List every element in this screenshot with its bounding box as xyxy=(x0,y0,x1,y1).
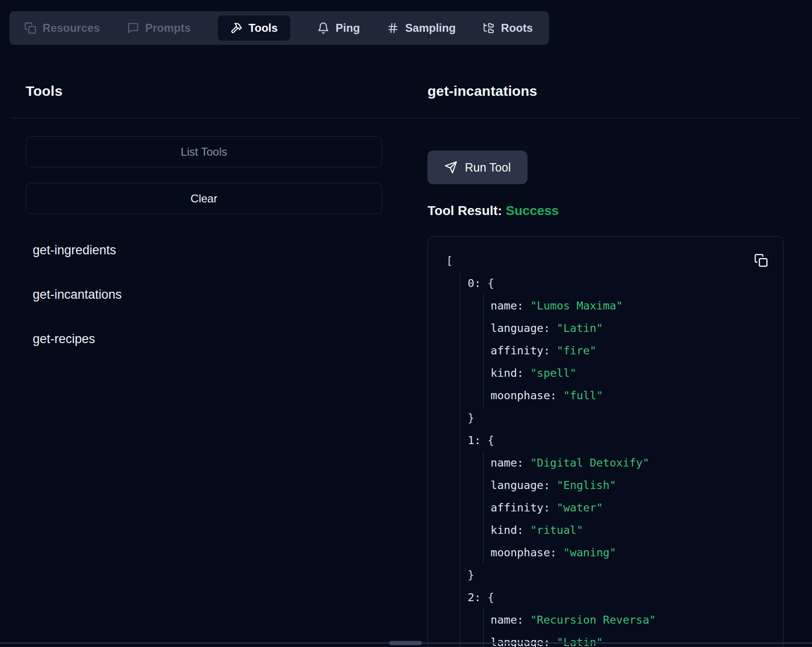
json-key: affinity: xyxy=(491,344,556,357)
tab-label: Resources xyxy=(43,22,100,35)
json-line: affinity: "fire" xyxy=(491,339,783,362)
json-tree: [0: {name: "Lumos Maxima"language: "Lati… xyxy=(446,250,783,647)
json-value: "water" xyxy=(556,501,603,514)
json-key: name: xyxy=(491,299,530,312)
message-square-icon xyxy=(127,22,139,34)
tool-result-label: Tool Result: xyxy=(427,203,502,218)
json-line: moonphase: "waning" xyxy=(491,541,783,564)
list-tools-button[interactable]: List Tools xyxy=(26,136,382,167)
tab-label: Roots xyxy=(501,22,533,35)
hash-icon xyxy=(387,22,399,34)
json-line: affinity: "water" xyxy=(491,496,783,519)
copy-button[interactable] xyxy=(754,253,768,267)
json-line: 1: { xyxy=(468,429,783,452)
json-brace: { xyxy=(487,591,494,604)
json-line: } xyxy=(468,564,783,586)
json-line: language: "Latin" xyxy=(491,631,783,647)
tool-result-line: Tool Result: Success xyxy=(427,203,800,218)
json-key: moonphase: xyxy=(491,389,563,402)
json-value: "Lumos Maxima" xyxy=(530,299,623,312)
json-key: moonphase: xyxy=(491,546,563,559)
tools-list: get-ingredientsget-incantationsget-recip… xyxy=(10,243,397,346)
json-line: name: "Digital Detoxify" xyxy=(491,452,783,474)
horizontal-scrollbar-thumb[interactable] xyxy=(389,641,422,645)
json-brace: { xyxy=(487,277,494,290)
json-value: "Latin" xyxy=(556,322,603,335)
json-value: "Latin" xyxy=(556,636,603,647)
json-line: 0: { xyxy=(468,272,783,295)
hammer-icon xyxy=(230,22,242,34)
json-bracket: [ xyxy=(446,254,453,267)
json-index: 1: xyxy=(468,434,487,447)
tab-label: Tools xyxy=(249,22,278,35)
tool-list-item[interactable]: get-ingredients xyxy=(33,243,397,258)
json-value: "ritual" xyxy=(530,524,583,537)
run-tool-label: Run Tool xyxy=(465,161,511,174)
tab-sampling[interactable]: Sampling xyxy=(387,22,456,35)
json-value: "Recursion Reversa" xyxy=(530,613,656,626)
run-tool-button[interactable]: Run Tool xyxy=(427,151,527,184)
json-key: affinity: xyxy=(491,501,556,514)
copy-icon xyxy=(754,253,768,267)
json-value: "spell" xyxy=(530,367,577,380)
tool-list-item[interactable]: get-incantations xyxy=(33,288,397,302)
tool-result-status: Success xyxy=(506,203,559,218)
tab-roots[interactable]: Roots xyxy=(483,22,533,35)
json-value: "fire" xyxy=(556,344,596,357)
json-line: moonphase: "full" xyxy=(491,384,783,407)
json-key: name: xyxy=(491,613,530,626)
tool-list-item[interactable]: get-recipes xyxy=(33,332,397,346)
tool-result-box: [0: {name: "Lumos Maxima"language: "Lati… xyxy=(427,236,784,647)
send-icon xyxy=(444,161,457,174)
json-key: language: xyxy=(491,322,556,335)
tab-resources: Resources xyxy=(24,22,100,35)
json-key: language: xyxy=(491,636,556,647)
selected-tool-title: get-incantations xyxy=(427,83,800,99)
json-value: "English" xyxy=(556,479,616,492)
json-line: kind: "spell" xyxy=(491,362,783,384)
tab-prompts: Prompts xyxy=(127,22,191,35)
tab-tools[interactable]: Tools xyxy=(218,15,290,41)
json-line: language: "English" xyxy=(491,474,783,496)
json-line: language: "Latin" xyxy=(491,317,783,339)
json-line: kind: "ritual" xyxy=(491,519,783,541)
json-index: 2: xyxy=(468,591,487,604)
top-navigation: ResourcesPromptsToolsPingSamplingRoots xyxy=(9,11,549,45)
tool-detail-panel: get-incantations Run Tool Tool Result: S… xyxy=(427,83,800,647)
clear-button[interactable]: Clear xyxy=(26,183,382,214)
tools-panel: Tools List Tools Clear get-ingredientsge… xyxy=(10,83,397,346)
bell-icon xyxy=(317,22,329,34)
tab-ping[interactable]: Ping xyxy=(317,22,360,35)
tools-panel-title: Tools xyxy=(26,83,397,99)
files-icon xyxy=(24,22,36,34)
json-line: name: "Lumos Maxima" xyxy=(491,295,783,317)
json-brace: } xyxy=(468,568,474,582)
json-index: 0: xyxy=(468,277,487,290)
json-key: kind: xyxy=(491,524,530,537)
json-value: "waning" xyxy=(563,546,616,559)
json-brace: { xyxy=(487,434,494,447)
json-value: "full" xyxy=(563,389,603,402)
json-line: } xyxy=(468,407,783,429)
tab-label: Ping xyxy=(335,22,360,35)
panel-divider xyxy=(10,118,397,118)
tab-label: Prompts xyxy=(145,22,191,35)
json-brace: } xyxy=(468,411,474,424)
json-line: 2: { xyxy=(468,586,783,609)
json-key: name: xyxy=(491,456,530,469)
folder-tree-icon xyxy=(483,22,495,34)
json-line: name: "Recursion Reversa" xyxy=(491,609,783,631)
panel-divider xyxy=(399,118,800,118)
json-key: kind: xyxy=(491,367,530,380)
json-value: "Digital Detoxify" xyxy=(530,456,649,469)
tab-label: Sampling xyxy=(405,22,456,35)
json-line: [ xyxy=(446,250,783,272)
json-key: language: xyxy=(491,479,556,492)
